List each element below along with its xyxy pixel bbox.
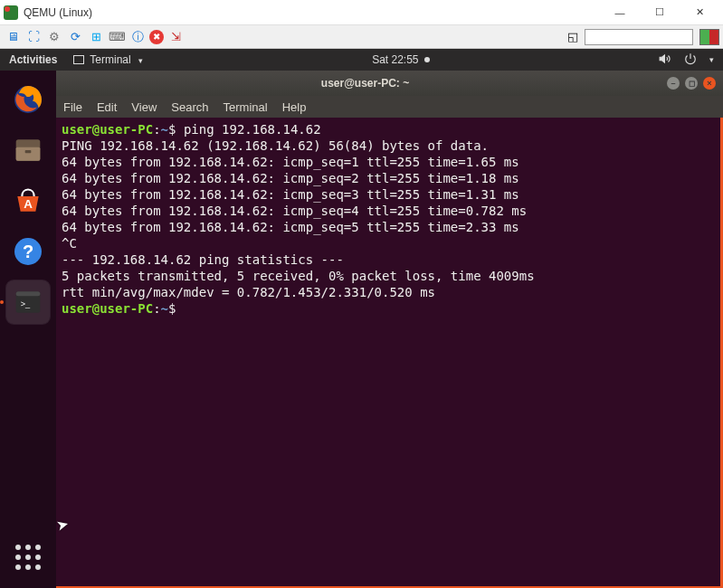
- chevron-down-icon: ▾: [709, 55, 714, 64]
- minimize-button[interactable]: —: [600, 0, 640, 25]
- prompt-user: user@user-PC: [62, 122, 153, 137]
- terminal-line: 64 bytes from 192.168.14.62: icmp_seq=2 …: [62, 170, 715, 186]
- export-icon[interactable]: ⇲: [166, 28, 185, 46]
- terminal-line: ^C: [62, 235, 715, 251]
- terminal-output[interactable]: user@user-PC:~$ ping 192.168.14.62PING 1…: [56, 118, 723, 588]
- refresh-icon[interactable]: ⟳: [66, 28, 84, 46]
- svg-text:?: ?: [23, 242, 33, 261]
- terminal-titlebar[interactable]: user@user-PC: ~ – ◻ ×: [56, 71, 723, 96]
- terminal-maximize-button[interactable]: ◻: [685, 77, 698, 90]
- terminal-line: 64 bytes from 192.168.14.62: icmp_seq=1 …: [62, 154, 715, 170]
- svg-text:>_: >_: [21, 299, 31, 308]
- ubuntu-dock: A ? >_: [0, 71, 56, 588]
- maximize-button[interactable]: ☐: [640, 0, 680, 25]
- power-icon: [684, 52, 697, 68]
- terminal-window: user@user-PC: ~ – ◻ × FileEditViewSearch…: [56, 71, 723, 588]
- menu-terminal[interactable]: Terminal: [224, 100, 268, 114]
- activities-button[interactable]: Activities: [9, 53, 57, 66]
- clock-label: Sat 22:55: [372, 53, 418, 66]
- scale-icon[interactable]: ◱: [564, 28, 582, 46]
- svg-rect-3: [25, 150, 32, 153]
- keyboard-icon[interactable]: ⌨: [108, 28, 126, 46]
- svg-text:A: A: [24, 197, 33, 211]
- terminal-line: --- 192.168.14.62 ping statistics ---: [62, 251, 715, 268]
- menu-file[interactable]: File: [63, 100, 82, 114]
- terminal-indicator-icon: [73, 55, 84, 64]
- windows-icon[interactable]: ⊞: [87, 28, 105, 46]
- ubuntu-topbar: Activities Terminal Sat 22:55 ▾: [0, 49, 723, 71]
- info-icon[interactable]: ⓘ: [128, 28, 147, 46]
- host-window-titlebar: QEMU (Linux) — ☐ ✕: [0, 0, 723, 25]
- dock-terminal[interactable]: >_: [6, 280, 50, 324]
- prompt-user: user@user-PC: [62, 301, 153, 316]
- terminal-line: user@user-PC:~$: [62, 300, 715, 317]
- qemu-recording-indicator[interactable]: [699, 29, 719, 45]
- terminal-menubar: FileEditViewSearchTerminalHelp: [56, 96, 723, 118]
- terminal-line: user@user-PC:~$ ping 192.168.14.62: [62, 121, 715, 138]
- app-menu[interactable]: Terminal: [73, 53, 142, 66]
- terminal-line: 64 bytes from 192.168.14.62: icmp_seq=3 …: [62, 186, 715, 203]
- fullscreen-icon[interactable]: ⛶: [24, 28, 43, 46]
- close-icon[interactable]: ✖: [149, 30, 164, 44]
- dock-firefox[interactable]: [6, 78, 50, 121]
- settings-icon[interactable]: ⚙: [45, 28, 63, 46]
- dock-software[interactable]: A: [6, 179, 50, 223]
- menu-search[interactable]: Search: [171, 100, 208, 114]
- monitor-icon[interactable]: 🖥: [4, 28, 22, 46]
- terminal-title: user@user-PC: ~: [63, 77, 667, 90]
- qemu-app-icon: [4, 5, 18, 20]
- show-applications-button[interactable]: [6, 536, 50, 579]
- prompt-path: ~: [161, 301, 168, 316]
- notification-dot-icon: [424, 57, 430, 62]
- command-text: ping 192.168.14.62: [184, 122, 321, 137]
- terminal-line: 5 packets transmitted, 5 received, 0% pa…: [62, 268, 715, 284]
- app-menu-label: Terminal: [90, 53, 130, 66]
- chevron-down-icon: [137, 53, 143, 66]
- dock-help[interactable]: ?: [6, 230, 50, 273]
- svg-rect-2: [16, 147, 41, 161]
- menu-edit[interactable]: Edit: [97, 100, 117, 114]
- terminal-line: 64 bytes from 192.168.14.62: icmp_seq=5 …: [62, 219, 715, 235]
- dock-files[interactable]: [6, 128, 50, 172]
- terminal-line: PING 192.168.14.62 (192.168.14.62) 56(84…: [62, 138, 715, 154]
- clock-area[interactable]: Sat 22:55: [143, 53, 659, 66]
- terminal-close-button[interactable]: ×: [703, 77, 716, 90]
- close-button[interactable]: ✕: [680, 0, 719, 25]
- terminal-minimize-button[interactable]: –: [667, 77, 680, 90]
- host-window-title: QEMU (Linux): [24, 6, 600, 19]
- prompt-path: ~: [161, 122, 168, 137]
- volume-icon: [659, 52, 671, 68]
- terminal-line: 64 bytes from 192.168.14.62: icmp_seq=4 …: [62, 203, 715, 219]
- qemu-toolbar: 🖥⛶⚙⟳⊞⌨ⓘ✖⇲ ◱: [0, 25, 723, 49]
- terminal-line: rtt min/avg/max/mdev = 0.782/1.453/2.331…: [62, 284, 715, 300]
- menu-help[interactable]: Help: [282, 100, 307, 114]
- qemu-search-input[interactable]: [585, 29, 693, 45]
- svg-rect-8: [16, 291, 41, 296]
- system-status-area[interactable]: ▾: [659, 52, 714, 68]
- menu-view[interactable]: View: [131, 100, 157, 114]
